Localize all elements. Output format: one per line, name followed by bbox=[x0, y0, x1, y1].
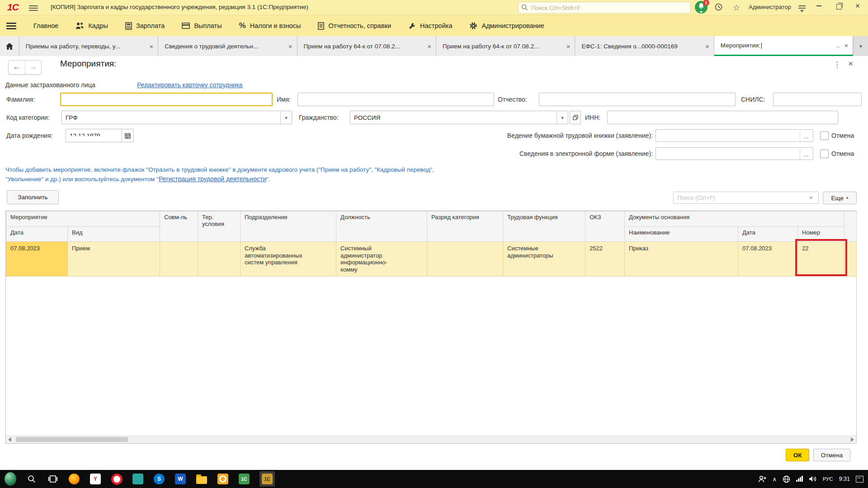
history-icon[interactable] bbox=[714, 3, 723, 13]
paper-cancel-checkbox[interactable] bbox=[820, 131, 829, 140]
cell-doc-name[interactable]: Приказ bbox=[625, 242, 738, 277]
menu-item-personnel[interactable]: Кадры bbox=[75, 22, 108, 29]
labor-activity-registration-link[interactable]: Регистрация трудовой деятельности bbox=[159, 175, 266, 183]
speaker-icon[interactable] bbox=[809, 475, 817, 483]
tab-events-active[interactable]: Мероприятия: .. × bbox=[714, 36, 853, 56]
tab-list-dropdown-icon[interactable]: ▾ bbox=[853, 36, 868, 56]
network-globe-icon[interactable] bbox=[783, 475, 790, 483]
taskbar-app-firefox[interactable] bbox=[68, 473, 80, 485]
inn-field[interactable] bbox=[607, 111, 838, 124]
taskbar-app-1c-green[interactable]: 1С bbox=[238, 473, 250, 485]
column-header-position[interactable]: Должность bbox=[336, 211, 427, 242]
lastname-field[interactable] bbox=[60, 93, 273, 106]
clock-time[interactable]: 9:31 bbox=[839, 476, 850, 482]
electronic-cancel-checkbox[interactable] bbox=[820, 150, 829, 158]
taskbar-app-word[interactable]: W bbox=[175, 473, 186, 485]
cell-department[interactable]: Служба автоматизированных систем управле… bbox=[241, 242, 336, 277]
menu-item-payments[interactable]: Выплаты bbox=[182, 22, 222, 29]
citizenship-combo[interactable]: ▾ bbox=[350, 111, 568, 124]
form-more-menu-icon[interactable]: ⋮ bbox=[833, 60, 841, 70]
taskbar-app-yandex-browser[interactable] bbox=[111, 473, 123, 485]
taskbar-app-teal[interactable] bbox=[132, 473, 144, 485]
close-window-button[interactable]: × bbox=[853, 1, 863, 10]
column-header-okz[interactable]: ОКЗ bbox=[585, 211, 625, 242]
electronic-info-field[interactable]: ... bbox=[656, 147, 813, 160]
user-name[interactable]: Администратор bbox=[749, 4, 791, 10]
taskbar-app-skype[interactable]: S bbox=[153, 473, 165, 485]
menu-item-salary[interactable]: Зарплата bbox=[125, 22, 165, 30]
taskbar-app-orange[interactable] bbox=[217, 473, 229, 485]
taskbar-app-explorer[interactable] bbox=[196, 473, 208, 485]
column-header-event-group[interactable]: Мероприятие bbox=[6, 211, 160, 227]
menu-item-main[interactable]: Главное bbox=[33, 22, 58, 29]
column-header-doc-date[interactable]: Дата bbox=[738, 227, 798, 242]
user-menu-icon[interactable] bbox=[798, 4, 806, 14]
tab-hiring-64k-2[interactable]: Прием на работу 64-к от 07.08.2... × bbox=[436, 36, 575, 56]
paper-workbook-field[interactable]: ... bbox=[656, 129, 813, 142]
choose-button[interactable]: ... bbox=[800, 131, 812, 141]
middlename-field[interactable] bbox=[539, 93, 736, 106]
column-header-department[interactable]: Подразделение bbox=[241, 211, 336, 242]
people-contact-icon[interactable] bbox=[758, 475, 767, 483]
table-row[interactable]: 07.08.2023 Прием Служба автоматизированн… bbox=[6, 242, 857, 277]
scrollbar-thumb[interactable] bbox=[16, 437, 128, 442]
main-menu-icon[interactable] bbox=[29, 4, 38, 10]
cell-okz[interactable]: 2522 bbox=[585, 242, 625, 277]
minimize-button[interactable] bbox=[816, 5, 821, 6]
column-header-docs-group[interactable]: Документы основания bbox=[625, 211, 844, 227]
forward-button[interactable]: → bbox=[25, 61, 42, 74]
action-center-icon[interactable] bbox=[856, 476, 863, 483]
edit-employee-card-link[interactable]: Редактировать карточку сотрудника bbox=[137, 81, 243, 89]
hidden-icons-chevron[interactable]: ∧ bbox=[773, 476, 777, 483]
category-code-combo[interactable]: ▾ bbox=[61, 111, 292, 124]
column-header-date[interactable]: Дата bbox=[6, 227, 68, 242]
column-header-parttime[interactable]: Совм-ль bbox=[160, 211, 198, 242]
chevron-down-icon[interactable]: ▾ bbox=[280, 111, 292, 124]
snils-field[interactable] bbox=[773, 93, 862, 106]
chevron-down-icon[interactable]: ▾ bbox=[557, 111, 568, 124]
cell-parttime[interactable] bbox=[160, 242, 198, 277]
taskbar-app-yandex[interactable]: Y bbox=[90, 473, 101, 485]
task-view-button[interactable] bbox=[47, 473, 59, 485]
open-list-button[interactable] bbox=[570, 111, 581, 124]
start-button[interactable] bbox=[5, 473, 16, 485]
cancel-button[interactable]: Отмена bbox=[813, 449, 850, 461]
more-button[interactable]: Еще ▾ bbox=[823, 192, 857, 204]
cell-grade[interactable] bbox=[427, 242, 503, 277]
fill-button[interactable]: Заполнить bbox=[7, 190, 59, 204]
back-button[interactable]: ← bbox=[9, 61, 25, 74]
scroll-left-icon[interactable] bbox=[8, 437, 11, 442]
menu-item-reports[interactable]: Отчетность, справки bbox=[318, 22, 391, 30]
cell-territorial[interactable] bbox=[198, 242, 241, 277]
firstname-field[interactable] bbox=[297, 93, 494, 106]
birthdate-field[interactable]: 12.12.1979 bbox=[66, 129, 122, 142]
tab-close-icon[interactable]: × bbox=[288, 42, 292, 50]
taskbar-app-1c-active[interactable]: 1С bbox=[259, 471, 275, 487]
column-header-function[interactable]: Трудовая функция bbox=[503, 211, 585, 242]
menu-item-taxes[interactable]: % Налоги и взносы bbox=[239, 21, 301, 30]
tab-close-icon[interactable]: × bbox=[705, 42, 709, 50]
tab-efs1[interactable]: ЕФС-1: Сведения о...0000-000169 × bbox=[575, 36, 714, 56]
tab-close-icon[interactable]: × bbox=[149, 42, 153, 50]
keyboard-language[interactable]: РУС bbox=[823, 476, 833, 482]
calendar-picker-button[interactable] bbox=[122, 129, 134, 142]
tab-close-icon[interactable]: × bbox=[566, 42, 571, 50]
form-close-icon[interactable]: × bbox=[848, 59, 853, 69]
column-header-kind[interactable]: Вид bbox=[68, 227, 160, 242]
column-header-doc-number[interactable]: Номер bbox=[798, 227, 844, 242]
cell-date[interactable]: 07.08.2023 bbox=[6, 242, 68, 277]
table-search-box[interactable] bbox=[673, 192, 804, 204]
tab-close-icon[interactable]: × bbox=[427, 42, 431, 50]
global-search-input[interactable] bbox=[530, 3, 688, 13]
favorites-star-icon[interactable]: ☆ bbox=[733, 3, 740, 13]
restore-button[interactable] bbox=[836, 4, 842, 9]
tab-home[interactable] bbox=[0, 36, 19, 56]
tab-hiring-64k-1[interactable]: Прием на работу 64-к от 07.08.2... × bbox=[297, 36, 436, 56]
cell-doc-number[interactable]: 22 bbox=[798, 242, 844, 277]
column-header-doc-name[interactable]: Наименование bbox=[625, 227, 738, 242]
notification-bell-icon[interactable]: 1 bbox=[695, 1, 708, 14]
scroll-right-icon[interactable] bbox=[851, 437, 854, 442]
cell-function[interactable]: Системные администраторы bbox=[503, 242, 585, 277]
signal-bars-icon[interactable] bbox=[796, 476, 803, 482]
taskbar-search-button[interactable] bbox=[26, 473, 38, 485]
